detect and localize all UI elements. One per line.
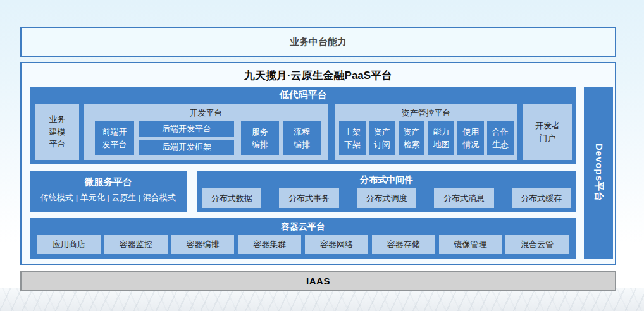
- dev-platform-title: 开发平台: [84, 104, 328, 119]
- container-cloud-section: 容器云平台 应用商店 容器监控 容器编排 容器集群 容器网络 容器存储 镜像管理…: [30, 218, 576, 259]
- iaas-bar: IAAS: [20, 271, 616, 291]
- container-item-box: 容器集群: [238, 235, 301, 254]
- container-item-box: 应用商店: [37, 235, 101, 254]
- asset-control-row: 上架下架 资产订阅 资产检索 能力地图 使用情况 合作生态: [339, 121, 514, 155]
- process-orchestration-label: 流程编排: [292, 126, 311, 150]
- backend-dev-framework-box: 后端开发框架: [139, 140, 234, 155]
- container-cloud-row: 应用商店 容器监控 容器编排 容器集群 容器网络 容器存储 镜像管理 混合云管: [37, 235, 569, 254]
- frontend-dev-platform-label: 前端开发平台: [101, 126, 128, 150]
- distributed-middleware-title: 分布式中间件: [197, 171, 576, 186]
- asset-item-label: 上架下架: [344, 126, 361, 150]
- asset-item-box: 资产检索: [399, 121, 425, 155]
- container-item-box: 容器编排: [171, 235, 235, 254]
- distributed-middleware-section: 分布式中间件 分布式数据 分布式事务 分布式调度 分布式消息 分布式缓存: [197, 171, 576, 212]
- middleware-item-box: 分布式事务: [279, 188, 338, 208]
- backend-dev-platform-box: 后端开发平台: [139, 121, 234, 137]
- business-modeling-label: 业务建模平台: [48, 113, 67, 150]
- microservice-platform-modes: 传统模式 | 单元化 | 云原生 | 混合模式: [30, 188, 187, 204]
- business-midplatform-banner: 业务中台能力: [20, 27, 616, 57]
- lowcode-platform-title: 低代码平台: [30, 87, 576, 101]
- microservice-platform-title: 微服务平台: [30, 171, 187, 188]
- dev-platform-row: 前端开发平台 后端开发平台 后端开发框架 服务编排 流程编排: [84, 121, 328, 155]
- developer-portal-box: 开发者门户: [523, 104, 572, 160]
- asset-control-platform-box: 资产管控平台 上架下架 资产订阅 资产检索 能力地图 使用情况 合作生态: [335, 104, 517, 160]
- asset-item-label: 资产订阅: [373, 126, 391, 150]
- middleware-item-box: 分布式数据: [202, 188, 261, 208]
- asset-item-box: 使用情况: [457, 121, 484, 155]
- container-cloud-title: 容器云平台: [30, 218, 576, 233]
- paas-platform-container: 九天揽月·云原生金融PaaS平台 低代码平台 业务建模平台 开发平台 前端开发平…: [20, 62, 616, 265]
- lowcode-platform-section: 低代码平台 业务建模平台 开发平台 前端开发平台 后端开发平台 后端开发框架 服…: [30, 87, 576, 164]
- container-item-box: 混合云管: [505, 235, 569, 254]
- platform-title: 九天揽月·云原生金融PaaS平台: [22, 68, 615, 83]
- container-item-box: 容器监控: [104, 235, 168, 254]
- distributed-middleware-row: 分布式数据 分布式事务 分布式调度 分布式消息 分布式缓存: [202, 188, 571, 208]
- middleware-item-box: 分布式缓存: [512, 188, 571, 208]
- asset-item-box: 能力地图: [428, 121, 454, 155]
- process-orchestration-box: 流程编排: [283, 121, 321, 155]
- asset-item-label: 合作生态: [492, 126, 509, 150]
- middleware-item-box: 分布式消息: [434, 188, 493, 208]
- backend-column: 后端开发平台 后端开发框架: [139, 121, 234, 155]
- asset-item-box: 合作生态: [487, 121, 514, 155]
- developer-portal-label: 开发者门户: [535, 119, 561, 144]
- business-modeling-platform-box: 业务建模平台: [35, 104, 79, 160]
- container-item-box: 镜像管理: [439, 235, 502, 254]
- iaas-label: IAAS: [306, 276, 330, 286]
- banner-label: 业务中台能力: [290, 36, 347, 48]
- microservice-platform-section: 微服务平台 传统模式 | 单元化 | 云原生 | 混合模式: [30, 171, 187, 212]
- asset-control-platform-title: 资产管控平台: [335, 104, 517, 119]
- asset-item-box: 资产订阅: [369, 121, 395, 155]
- devops-platform-bar: Devops平台: [584, 87, 613, 259]
- service-orchestration-box: 服务编排: [241, 121, 279, 155]
- asset-item-label: 资产检索: [403, 126, 421, 150]
- frontend-dev-platform-box: 前端开发平台: [95, 121, 134, 155]
- middleware-item-box: 分布式调度: [357, 188, 416, 208]
- container-item-box: 容器存储: [372, 235, 435, 254]
- devops-platform-label: Devops平台: [593, 143, 605, 202]
- dev-platform-box: 开发平台 前端开发平台 后端开发平台 后端开发框架 服务编排 流程编排: [84, 104, 328, 160]
- asset-item-label: 能力地图: [432, 126, 450, 150]
- service-orchestration-label: 服务编排: [251, 126, 269, 150]
- asset-item-label: 使用情况: [462, 126, 480, 150]
- asset-item-box: 上架下架: [339, 121, 366, 155]
- background-texture: [0, 288, 644, 311]
- container-item-box: 容器网络: [305, 235, 368, 254]
